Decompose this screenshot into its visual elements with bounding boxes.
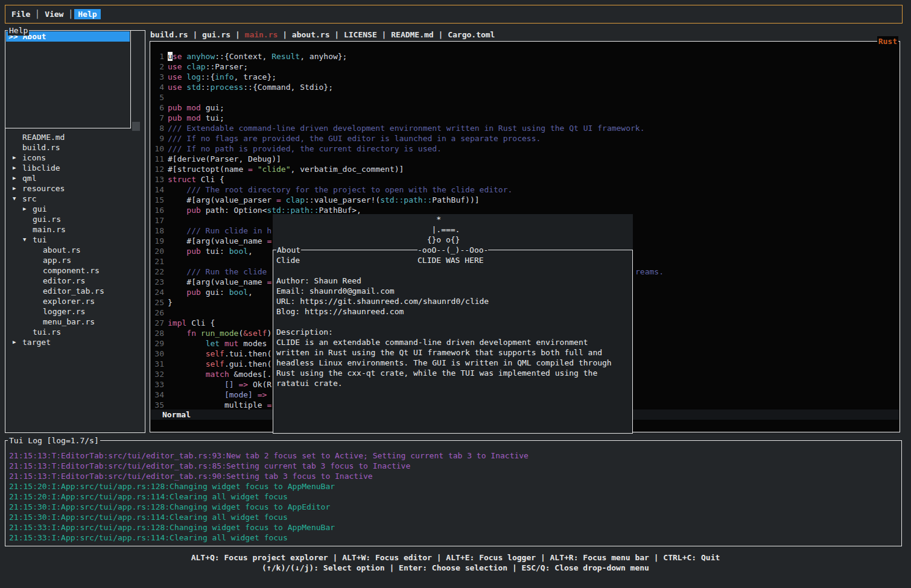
explorer-scrollbar-thumb[interactable]: [132, 122, 140, 131]
tree-item-tui[interactable]: ▼tui: [5, 235, 144, 245]
ascii-art-banner: CLIDE WAS HERE: [417, 255, 484, 265]
help-dropdown-menu[interactable]: Help >> About: [5, 30, 131, 128]
syntax-segment: modes: [243, 339, 271, 348]
tree-item-app-rs[interactable]: app.rs: [5, 255, 144, 265]
log-entry: 21:15:13:T:EditorTab:src/tui/editor_tab.…: [9, 461, 900, 471]
about-row-text: Author: Shaun Reed: [276, 276, 361, 285]
line-number: 33: [152, 379, 164, 390]
tab-separator: |: [230, 30, 244, 39]
tree-item-libclide[interactable]: ▶libclide: [5, 163, 144, 173]
log-entry: 21:15:30:I:App:src/tui/app.rs:128:Changi…: [9, 502, 900, 512]
syntax-segment: pub: [168, 288, 206, 297]
ascii-art-mascot: * |.===. {}o o{}: [417, 214, 460, 245]
syntax-segment: gui:: [206, 288, 229, 297]
syntax-segment: ::{Command, Stdio};: [243, 83, 333, 92]
editor-tab-bar[interactable]: build.rs | gui.rs | main.rs | about.rs |…: [150, 30, 495, 40]
tree-item-menu_bar-rs[interactable]: menu_bar.rs: [5, 317, 144, 327]
syntax-segment: bool: [229, 288, 248, 297]
tree-item-build-rs[interactable]: build.rs: [5, 142, 144, 153]
line-text: #[derive(Parser, Debug)]: [168, 154, 281, 164]
line-number: 31: [152, 359, 164, 369]
tree-item-qml[interactable]: ▶qml: [5, 173, 144, 183]
tab-separator: |: [434, 30, 448, 39]
log-entry: 21:15:33:I:App:src/tui/app.rs:128:Changi…: [9, 522, 900, 533]
menu-separator: │: [34, 9, 41, 19]
log-entry: 21:15:20:I:App:src/tui/app.rs:128:Changi…: [9, 481, 900, 492]
tree-item-gui-rs[interactable]: gui.rs: [5, 214, 144, 224]
text-cursor: u: [168, 52, 173, 61]
about-dialog-row: CLIDE is an extendable command-line driv…: [276, 337, 629, 347]
tree-item-src[interactable]: ▼src: [5, 194, 144, 204]
tree-item-main-rs[interactable]: main.rs: [5, 224, 144, 235]
syntax-segment: std::path::: [380, 195, 432, 204]
about-row-text: CLIDE is an extendable command-line driv…: [276, 338, 588, 347]
menu-item-help[interactable]: Help: [74, 9, 100, 19]
tree-item-label: app.rs: [43, 255, 71, 265]
tree-item-gui[interactable]: ▶gui: [5, 204, 144, 214]
syntax-segment: Cli {: [201, 175, 224, 184]
line-number: 5: [152, 92, 164, 103]
code-line: 4use std::process::{Command, Stdio};: [150, 82, 900, 92]
code-line: 2use clap::Parser;: [150, 62, 900, 72]
tab-build-rs[interactable]: build.rs: [150, 30, 188, 39]
syntax-segment: [168, 390, 224, 399]
syntax-segment: use: [168, 72, 186, 81]
tab-about-rs[interactable]: about.rs: [292, 30, 330, 39]
tree-item-logger-rs[interactable]: logger.rs: [5, 306, 144, 317]
tree-item-component-rs[interactable]: component.rs: [5, 265, 144, 276]
tree-item-editor-rs[interactable]: editor.rs: [5, 276, 144, 286]
tree-item-about-rs[interactable]: about.rs: [5, 245, 144, 255]
syntax-segment: ::Parser;: [206, 62, 248, 71]
tree-item-icons[interactable]: ▶icons: [5, 153, 144, 163]
tree-item-readme-md[interactable]: README.md: [5, 132, 144, 142]
syntax-segment: =>: [258, 390, 267, 399]
tree-item-label: libclide: [22, 163, 60, 173]
menu-item-file[interactable]: File: [8, 9, 34, 19]
line-number: 35: [152, 400, 164, 410]
line-text: pub mod gui;: [168, 103, 224, 113]
tab-main-rs[interactable]: main.rs: [245, 30, 278, 39]
tree-item-label: tui.rs: [33, 327, 61, 337]
log-entry: 21:15:13:T:EditorTab:src/tui/editor_tab.…: [9, 450, 900, 461]
tree-item-editor_tab-rs[interactable]: editor_tab.rs: [5, 286, 144, 296]
chevron-right-icon: ▶: [23, 204, 33, 214]
log-entry: 21:15:30:I:App:src/tui/app.rs:114:Cleari…: [9, 512, 900, 522]
syntax-segment: "clide": [258, 165, 291, 174]
line-text: pub mod tui;: [168, 113, 224, 123]
syntax-segment: tui:: [206, 247, 229, 256]
line-number: 27: [152, 318, 164, 328]
line-number: 3: [152, 72, 164, 82]
line-number: 34: [152, 390, 164, 400]
syntax-segment: =>: [238, 380, 248, 389]
syntax-segment: [253, 390, 258, 399]
line-number: 20: [152, 246, 164, 256]
line-text: fn run_mode(&self): [168, 328, 271, 338]
tree-item-explorer-rs[interactable]: explorer.rs: [5, 296, 144, 306]
tui-log-panel[interactable]: Tui Log [log=1.7/s] 21:15:13:T:EditorTab…: [5, 440, 902, 546]
syntax-segment: PathBuf))]: [432, 195, 479, 204]
line-number: 28: [152, 328, 164, 338]
tab-gui-rs[interactable]: gui.rs: [202, 30, 230, 39]
line-number: 29: [152, 338, 164, 349]
menu-bar[interactable]: File│View│Help: [5, 5, 903, 24]
about-dialog-row: ClideCLIDE WAS HERE: [276, 255, 629, 265]
tree-item-target[interactable]: ▶target: [5, 337, 144, 347]
tab-readme-md[interactable]: README.md: [391, 30, 433, 39]
tab-license[interactable]: LICENSE: [344, 30, 377, 39]
line-text: /// Run clide in h: [168, 226, 271, 236]
code-line: 11#[derive(Parser, Debug)]: [150, 154, 900, 164]
syntax-segment: struct: [168, 175, 201, 184]
syntax-segment: self: [206, 359, 224, 368]
line-text: [mode] =>: [168, 390, 267, 400]
syntax-segment: Result: [271, 52, 300, 61]
syntax-segment: ): [267, 329, 271, 338]
line-number: 10: [152, 144, 164, 154]
syntax-segment: , anyhow};: [300, 52, 347, 61]
tree-item-resources[interactable]: ▶resources: [5, 183, 144, 194]
tree-item-tui-rs[interactable]: tui.rs: [5, 327, 144, 337]
keybinding-help-bar: ALT+Q: Focus project explorer | ALT+W: F…: [0, 552, 911, 573]
about-dialog-row: Description:: [276, 327, 629, 337]
tab-cargo-toml[interactable]: Cargo.toml: [448, 30, 495, 39]
chevron-right-icon: ▶: [13, 153, 22, 163]
menu-item-view[interactable]: View: [41, 9, 67, 19]
